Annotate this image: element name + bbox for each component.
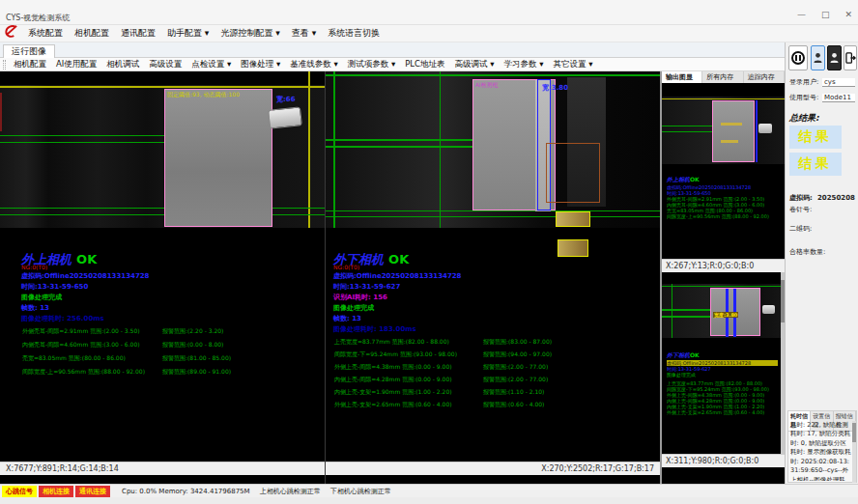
tab-output-image[interactable]: 输出图显示: [662, 71, 702, 83]
menu-comm-config[interactable]: 通讯配置: [115, 27, 161, 40]
yellow-reference-line: [0, 86, 325, 88]
tool-spot-check-settings[interactable]: 点检设置 ▾: [186, 59, 236, 70]
cpu-memory-status: Cpu: 0.0% Memory: 3424.41796875M: [122, 488, 250, 495]
menu-light-control-config[interactable]: 光源控制配置 ▾: [214, 27, 285, 40]
green-frame-line: [440, 71, 441, 228]
green-frame-line: [326, 74, 660, 76]
green-measure-line: [662, 131, 712, 132]
frame-count-label: 帧数: 13: [333, 314, 361, 323]
model-value[interactable]: Mode11: [822, 94, 855, 102]
minimize-button[interactable]: —: [797, 10, 806, 19]
scrollbar-thumb[interactable]: [852, 423, 856, 442]
menu-camera-config[interactable]: 相机配置: [69, 27, 115, 40]
camera-connection-badge: 相机连接: [39, 486, 73, 497]
defect-highlight-box: [556, 211, 590, 227]
frame-count-label: 帧数: 13: [21, 303, 49, 313]
right-sidebar: 登录用户: cys 使用型号: Mode11 总结果: 结果 结果 虚拟码: 2…: [785, 42, 858, 484]
tool-advanced-settings[interactable]: 高级设置: [144, 59, 186, 70]
tool-camera-debug[interactable]: 相机调试: [101, 59, 144, 70]
green-measure-line: [662, 126, 712, 126]
admin-icon: [830, 52, 839, 64]
alarm-range-value: 报警范围:(83.00 - 87.00): [483, 338, 552, 347]
title-bar: CYS-视觉检测系统 — □ ✕: [0, 0, 858, 25]
measurement-value: 壳宽=83.05mm 范围:(80.00 - 86.00): [22, 354, 126, 363]
menu-bar: 系统配置 相机配置 通讯配置 助手配置 ▾ 光源控制配置 ▾ 查看 ▾ 系统语言…: [0, 25, 858, 42]
width-overlay-label: 宽:3.80: [542, 83, 568, 93]
tab-all-memory-images[interactable]: 所有内存图: [702, 71, 743, 83]
bottom-thumbnail-view[interactable]: 宽度:3.80 外下相机OK 虚拟码:Offline20250208133134…: [662, 272, 785, 454]
mini-row: 间隙宽度-上=90.56mm 范围:(88.00 - 92.00): [667, 213, 781, 219]
left-camera-view: 固定阈值:93, 动态阈值:100 宽:66 外上相机 OK NG:0(T0) …: [0, 71, 325, 484]
login-user-value[interactable]: cys: [822, 78, 855, 87]
ng-type-label: NG:0(T0): [21, 264, 47, 270]
top-thumbnail-view[interactable]: 外上相机OK 虚拟码:Offline20250208133134728 时间:1…: [662, 83, 785, 259]
tool-test-item-params[interactable]: 测试项参数 ▾: [343, 59, 400, 70]
status-bar: 心跳信号 相机连接 通讯连接 Cpu: 0.0% Memory: 3424.41…: [0, 484, 858, 497]
tool-ai-usage-config[interactable]: AI使用配置: [51, 59, 101, 70]
measurement-value: 外侧壳耳-间隙=2.91mm 范围:(2.00 - 3.50): [22, 327, 140, 336]
tab-strip: 运行图像: [0, 42, 785, 58]
measurement-value: 内侧上壳-间隙=4.28mm 范围:(0.00 - 9.00): [334, 376, 452, 384]
close-button[interactable]: ✕: [844, 10, 852, 19]
tool-advanced-debug[interactable]: 高级调试 ▾: [450, 59, 500, 70]
tool-learning-params[interactable]: 学习参数 ▾: [499, 59, 548, 70]
tool-baseline-params[interactable]: 基准线参数 ▾: [285, 59, 342, 70]
lower-camera-heartbeat-status: 下相机心跳检测正常: [330, 487, 391, 496]
result-display-top: 结果: [789, 126, 842, 149]
panel-scrollbar[interactable]: [852, 421, 856, 483]
exit-button[interactable]: [844, 45, 857, 70]
measurement-value: 间隙宽度-下=95.24mm 范围:(93.00 - 98.00): [334, 350, 457, 359]
menu-helper-config[interactable]: 助手配置 ▾: [161, 27, 214, 40]
green-measure-line: [326, 139, 475, 141]
tool-plc-address-table[interactable]: PLC地址表: [400, 59, 449, 70]
green-measure-line: [662, 316, 710, 318]
pause-icon: [791, 51, 805, 65]
menu-view[interactable]: 查看 ▾: [286, 27, 322, 40]
green-measure-line: [326, 210, 660, 211]
product-roi-box: 宽度:3.80: [710, 288, 760, 336]
menu-language-switch[interactable]: 系统语言切换: [322, 27, 386, 40]
model-label: 使用型号:: [789, 93, 818, 102]
thumbnail-image: 宽度:3.80: [662, 284, 781, 338]
green-measure-line: [0, 135, 164, 136]
left-camera-image[interactable]: 固定阈值:93, 动态阈值:100 宽:66: [0, 71, 325, 228]
tool-image-processing[interactable]: 图像处理 ▾: [236, 59, 285, 70]
measurement-value: 内侧壳耳-间隙=4.60mm 范围:(3.00 - 6.00): [22, 341, 140, 350]
user-icon: [814, 52, 822, 64]
middle-pixel-coords-bar: X:270;Y:2502;R:17;G:17;B:17: [326, 462, 660, 475]
blue-measure-line: [756, 100, 758, 162]
maximize-button[interactable]: □: [821, 10, 830, 19]
mini-result-block: 外下相机OK 虚拟码:Offline20250208133134728 时间:1…: [667, 351, 778, 415]
time-label: 时间:13-31-59-627: [333, 282, 400, 292]
mini-camera-title: 外上相机OK: [667, 176, 781, 184]
green-measure-line: [662, 309, 710, 311]
thumbnail-image: [662, 97, 785, 164]
green-frame-line: [672, 284, 672, 338]
window-controls: — □ ✕: [797, 10, 852, 19]
measurement-value: 间隙宽度-上=90.56mm 范围:(88.00 - 92.00): [22, 368, 145, 377]
main-content: 固定阈值:93, 动态阈值:100 宽:66 外上相机 OK NG:0(T0) …: [0, 71, 785, 484]
alarm-range-value: 报警范围:(2.00 - 77.00): [483, 376, 548, 384]
tab-track-memory-images[interactable]: 追踪内存图: [744, 71, 785, 83]
mini-row: 外侧上壳-支架=2.65mm 范围:(0.60 - 4.00): [667, 409, 778, 415]
tab-run-image[interactable]: 运行图像: [3, 44, 55, 58]
tool-other-settings[interactable]: 其它设置 ▾: [548, 59, 597, 70]
red-edge-mark: [0, 93, 2, 131]
mini-result-block: 外上相机OK 虚拟码:Offline20250208133134728 时间:1…: [667, 176, 781, 219]
exit-door-icon: [845, 52, 856, 64]
alarm-range-value: 报警范围:(1.10 - 2.10): [483, 388, 544, 397]
bottom-thumbnail-coords-bar: X:311;Y:980;R:0;G:0;B:0: [662, 454, 785, 467]
alarm-range-value: 报警范围:(81.00 - 85.00): [162, 354, 231, 363]
ng-type-label: NG:0(T0): [333, 264, 359, 270]
measurement-value: 上壳宽度=83.77mm 范围:(82.00 - 88.00): [334, 338, 449, 347]
admin-mode-button[interactable]: [827, 45, 842, 70]
menu-system-config[interactable]: 系统配置: [22, 27, 69, 40]
brown-detect-box: [546, 143, 600, 203]
product-code-label: 虚拟码:Offline20250208133134728: [21, 271, 150, 281]
tool-camera-config[interactable]: 相机配置: [9, 59, 51, 70]
defect-crop-thumbnail: [558, 239, 588, 257]
product-roi-box: 固定阈值:93, 动态阈值:100: [164, 89, 272, 227]
pause-button[interactable]: [788, 45, 808, 70]
middle-camera-image[interactable]: AI检测框 宽:3.80: [326, 71, 660, 228]
user-mode-button[interactable]: [811, 45, 825, 70]
